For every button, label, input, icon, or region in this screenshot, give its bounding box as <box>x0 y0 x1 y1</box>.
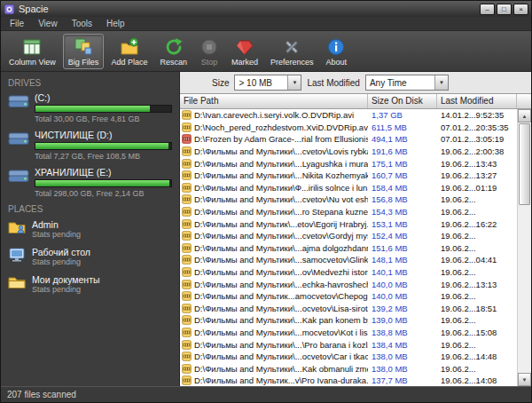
table-row[interactable]: D:\Фильмы and Мультики\...Lyagushka i mu… <box>180 157 517 170</box>
table-row[interactable]: D:\Фильмы and Мультики\...ro Stepana kuz… <box>180 206 517 218</box>
about-icon <box>326 37 346 57</box>
marked-icon <box>235 37 254 57</box>
chevron-down-icon[interactable]: ▼ <box>287 75 301 90</box>
last-modified-cell: 07.01.2...3:05:19 <box>437 134 517 144</box>
table-rows: D:\Ivan.carevech.i.seryi.volk.O.DVDRip.a… <box>180 109 517 386</box>
drive-item[interactable]: ХРАНИЛИЩЕ (E:)Total 298,00 GB, Free 2,14… <box>1 164 179 202</box>
minimize-button[interactable]: – <box>480 4 495 15</box>
last-modified-cell: 19.06.2... <box>437 291 517 301</box>
desktop-icon <box>8 247 26 262</box>
menu-view[interactable]: View <box>31 17 65 31</box>
table-row[interactable]: D:\Noch_pered_rozhdestvom.XviD.DVDRip.av… <box>180 122 517 134</box>
toolbar-button-stop[interactable]: Stop <box>194 34 224 69</box>
place-item[interactable]: Мои документыStats pending <box>1 271 179 298</box>
file-path-cell: D:\Фильмы and Мультики\...mocvetov\Kot i… <box>180 328 368 337</box>
menu-file[interactable]: File <box>3 17 31 31</box>
table-row[interactable]: D:\Фильмы and Мультики\...ocvetov\Car i … <box>180 351 517 363</box>
drive-usage-bar <box>35 105 172 113</box>
table-row[interactable]: D:\Фильмы and Мультики\...ocvetov\Lisa-s… <box>180 303 517 315</box>
table-row[interactable]: D:\Фильмы and Мультики\...Kak pan konem … <box>180 314 517 327</box>
size-filter-value: > 10 MB <box>235 78 287 88</box>
column-header-size-on-disk[interactable]: Size On Disk <box>368 94 437 108</box>
scrollbar-thumb[interactable] <box>519 123 530 205</box>
toolbar-button-label: Big Files <box>68 58 99 67</box>
chevron-down-icon[interactable]: ▼ <box>434 75 448 90</box>
hard-drive-icon <box>8 130 29 146</box>
table-row[interactable]: D:\Фильмы and Мультики\...cvetov\Lovis r… <box>180 146 517 158</box>
drive-usage-fill <box>35 180 169 186</box>
toolbar-button-rescan[interactable]: Rescan <box>154 34 192 69</box>
video-file-icon <box>182 110 192 120</box>
table-row[interactable]: D:\Фильмы and Мультики\...samocvetov\Gli… <box>180 254 517 266</box>
size-filter-dropdown[interactable]: > 10 MB ▼ <box>234 75 301 91</box>
size-on-disk-cell: 137,7 MB <box>368 375 437 385</box>
video-file-icon <box>182 122 192 132</box>
table-row[interactable]: D:\Фильмы and Мультики\...cvetov\Gordyj … <box>180 230 517 242</box>
user-folder-icon <box>8 219 26 234</box>
table-row[interactable]: D:\Фильмы and Мультик...amocvetov\Chepog… <box>180 290 517 303</box>
main-panel: Size > 10 MB ▼ Last Modified Any Time ▼ … <box>180 72 531 386</box>
menubar: FileViewToolsHelp <box>1 17 531 31</box>
column-view-icon <box>22 37 42 57</box>
drive-item[interactable]: (C:)Total 30,00 GB, Free 4,81 GB <box>1 90 179 127</box>
drive-name: ХРАНИЛИЩЕ (E:) <box>35 167 172 178</box>
column-header-last-modified[interactable]: Last Modified <box>437 94 517 108</box>
table-row[interactable]: D:\Ivan.carevech.i.seryi.volk.O.DVDRip.a… <box>180 109 517 122</box>
table-row[interactable]: D:\Фильмы and Мультики\...echka-havroshe… <box>180 278 517 290</box>
file-path-cell: D:\Фильмы and Мультики\...ocvetov\Lisa-s… <box>180 304 368 313</box>
table-body: D:\Ivan.carevech.i.seryi.volk.O.DVDRip.a… <box>180 109 531 386</box>
maximize-button[interactable]: □ <box>497 4 512 15</box>
table-row[interactable]: D:\Фильмы and Мультики\...ajma dolgozhda… <box>180 242 517 255</box>
table-row[interactable]: D:\Фильмы and Мультики\...ov\Medvezhi is… <box>180 266 517 279</box>
table-row[interactable]: D:\Frozen by Adam Grace-...rial from Ell… <box>180 133 517 146</box>
toolbar-button-about[interactable]: About <box>320 34 352 69</box>
size-on-disk-cell: 138,8 MB <box>368 328 437 337</box>
last-modified-cell: 19.06.2... <box>437 267 517 277</box>
place-stats: Stats pending <box>32 230 81 239</box>
table-row[interactable]: D:\Фильмы and Мультик...v\Pro Ivana-dura… <box>180 375 517 386</box>
toolbar-button-preferences[interactable]: Preferences <box>265 34 319 69</box>
window-title: Spacie <box>19 1 480 17</box>
toolbar-button-add-place[interactable]: Add Place <box>106 34 153 69</box>
place-item[interactable]: AdminStats pending <box>1 216 179 243</box>
size-on-disk-cell: 1,37 GB <box>368 110 437 120</box>
menu-help[interactable]: Help <box>99 17 132 31</box>
size-on-disk-cell: 156,8 MB <box>368 194 437 204</box>
table-row[interactable]: D:\Фильмы and Мультики\...mocvetov\Kot i… <box>180 327 517 339</box>
table-row[interactable]: D:\Фильмы and Мультики\...Kak obmanuli z… <box>180 362 517 375</box>
scroll-up-icon[interactable]: ▲ <box>518 109 531 122</box>
drives-header: DRIVES <box>1 75 179 90</box>
video-file-icon <box>182 291 192 301</box>
file-path-cell: D:\Фильмы and Мультики\...cvetov\Lovis r… <box>180 146 368 156</box>
table-row[interactable]: D:\Фильмы and Мультик\...etov\Egorij Hra… <box>180 217 517 230</box>
toolbar-button-column-view[interactable]: Column View <box>4 34 61 69</box>
drive-usage-fill <box>35 143 168 149</box>
video-file-icon <box>182 134 192 144</box>
toolbar-button-big-files[interactable]: Big Files <box>63 34 105 69</box>
close-button[interactable]: × <box>513 4 528 15</box>
content-area: DRIVES (C:)Total 30,00 GB, Free 4,81 GBЧ… <box>1 72 531 386</box>
table-row[interactable]: D:\Фильмы and Мультики\...cvetov\Nu vot … <box>180 194 517 206</box>
size-on-disk-cell: 153,1 MB <box>368 219 437 229</box>
toolbar-button-label: Rescan <box>160 58 187 67</box>
last-modified-cell: 07.01.2...20:35:35 <box>437 122 517 132</box>
table-row[interactable]: D:\Фильмы and Мультики\Ф...irilis solnce… <box>180 182 517 194</box>
place-name: Admin <box>32 219 81 230</box>
modified-filter-dropdown[interactable]: Any Time ▼ <box>365 75 449 91</box>
scroll-down-icon[interactable]: ▼ <box>518 373 531 386</box>
last-modified-cell: 19.06.2...14:08 <box>437 375 517 385</box>
size-on-disk-cell: 154,3 MB <box>368 207 437 217</box>
file-path-cell: D:\Frozen by Adam Grace-...rial from Ell… <box>180 134 368 144</box>
size-on-disk-cell: 138,4 MB <box>368 340 437 350</box>
video-file-icon <box>182 328 192 337</box>
drive-item[interactable]: ЧИСТИЛИЩЕ (D:)Total 7,27 GB, Free 108,5 … <box>1 127 179 164</box>
menu-tools[interactable]: Tools <box>65 17 99 31</box>
table-row[interactable]: D:\Фильмы and Мультики\...\Pro barana i … <box>180 338 517 351</box>
table-row[interactable]: D:\Фильмы and Мультики\...Nikita Kozhemy… <box>180 170 517 182</box>
place-item[interactable]: Рабочий столStats pending <box>1 243 179 271</box>
toolbar-button-label: Marked <box>231 58 258 67</box>
column-header-file-path[interactable]: File Path <box>180 94 368 108</box>
drive-name: ЧИСТИЛИЩЕ (D:) <box>35 130 172 140</box>
video-file-icon <box>182 146 192 156</box>
toolbar-button-marked[interactable]: Marked <box>226 34 263 69</box>
